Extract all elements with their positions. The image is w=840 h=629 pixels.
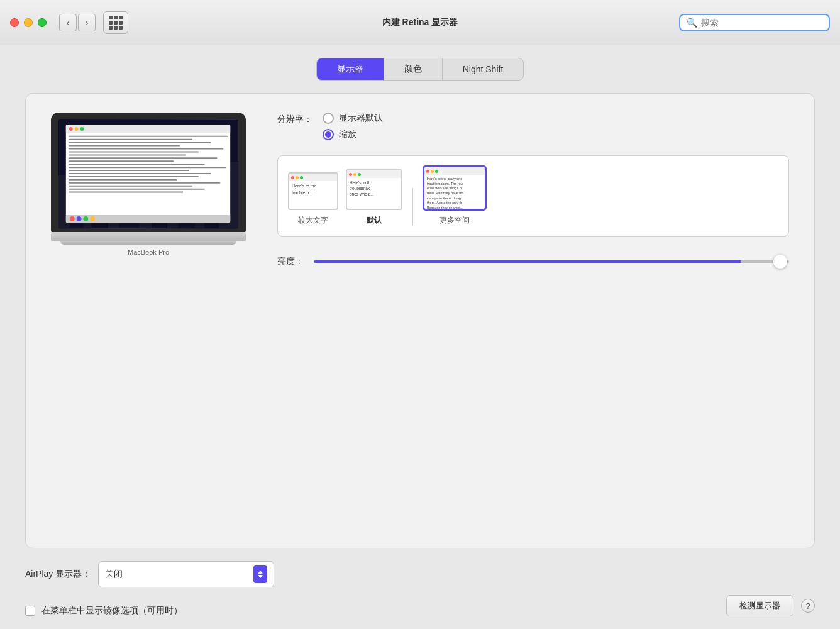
res-card-content-2: Here's to thtroublemakones who d... (347, 178, 401, 199)
radio-default[interactable]: 显示器默认 (323, 113, 383, 124)
macbook: MacBook Pro (51, 113, 246, 256)
svg-rect-40 (69, 160, 174, 162)
res-card-bar-2 (347, 170, 401, 178)
svg-rect-32 (69, 136, 228, 137)
bottom-outer: 在菜单栏中显示镜像选项（可用时） 检测显示器 ? (25, 601, 815, 616)
macbook-foot (60, 241, 236, 245)
rc-dot-green-3 (435, 170, 438, 173)
select-arrows-icon (253, 565, 267, 583)
svg-point-53 (77, 216, 82, 221)
svg-rect-50 (69, 192, 183, 193)
bottom-section: AirPlay 显示器： 关闭 在菜单栏中显示镜像选项（可用时） 检测显示器 ? (25, 548, 815, 616)
svg-rect-39 (69, 157, 218, 159)
rc-dot-red-3 (426, 170, 429, 173)
brightness-thumb[interactable] (773, 255, 787, 269)
tab-color[interactable]: 颜色 (384, 58, 442, 80)
svg-rect-43 (69, 170, 189, 171)
traffic-lights (10, 18, 47, 27)
res-card-label-largetext: 较大文字 (298, 215, 328, 226)
forward-button[interactable]: › (78, 14, 96, 31)
back-button[interactable]: ‹ (59, 14, 77, 31)
svg-rect-48 (69, 186, 192, 187)
svg-rect-41 (69, 164, 205, 165)
city-background-svg (58, 119, 238, 229)
res-card-largetext[interactable]: Here's to thetroublem... (288, 172, 338, 210)
airplay-label: AirPlay 显示器： (25, 569, 91, 580)
brightness-track (314, 260, 789, 263)
grid-button[interactable] (103, 11, 128, 34)
mirror-label: 在菜单栏中显示镜像选项（可用时） (41, 605, 182, 616)
res-card-label-morespace: 更多空间 (439, 215, 470, 226)
res-card-content: Here's to thetroublem... (289, 181, 337, 198)
svg-rect-42 (69, 167, 226, 168)
res-card-bar-3 (424, 167, 485, 175)
svg-rect-47 (69, 182, 221, 184)
rc-dot-yellow-2 (353, 173, 356, 176)
res-card-label-default: 默认 (367, 215, 382, 226)
display-section: MacBook Pro 分辨率： 显示器默认 (51, 113, 789, 268)
svg-point-30 (75, 127, 79, 131)
tab-bar: 显示器 颜色 Night Shift (25, 58, 815, 81)
res-card-default[interactable]: Here's to thtroublemakones who d... (346, 169, 402, 210)
nav-buttons: ‹ › (59, 14, 96, 31)
mirror-row: 在菜单栏中显示镜像选项（可用时） (25, 605, 182, 616)
rc-dot-yellow (296, 176, 299, 179)
radio-circle-scaled (323, 129, 334, 140)
macbook-preview: MacBook Pro (51, 113, 246, 256)
svg-rect-44 (69, 173, 211, 174)
bottom-right-row: 检测显示器 ? (726, 595, 815, 616)
maximize-button[interactable] (38, 18, 47, 27)
radio-label-default: 显示器默认 (339, 113, 383, 124)
res-card-morespace[interactable]: Here's to the crazy onetroublemakers. Th… (423, 166, 486, 210)
airplay-row: AirPlay 显示器： 关闭 (25, 561, 815, 587)
res-card-wrap-default: Here's to thtroublemakones who d... 默认 (346, 169, 402, 226)
macbook-screen-outer (51, 113, 246, 233)
content-panel: MacBook Pro 分辨率： 显示器默认 (25, 93, 815, 548)
svg-point-29 (69, 127, 73, 131)
search-icon: 🔍 (687, 18, 697, 28)
res-card-bar (289, 174, 337, 181)
res-card-wrap-largetext: Here's to thetroublem... 较大文字 (288, 172, 338, 226)
radio-scaled[interactable]: 缩放 (323, 129, 383, 140)
rc-dot-red-2 (349, 173, 352, 176)
detect-button[interactable]: 检测显示器 (726, 595, 793, 616)
resolution-cards: Here's to thetroublem... 较大文字 (277, 155, 789, 237)
svg-rect-46 (69, 179, 177, 181)
rc-dot-yellow-3 (431, 170, 434, 173)
airplay-select-value: 关闭 (105, 569, 248, 580)
tab-group: 显示器 颜色 Night Shift (316, 58, 524, 81)
window-title: 内建 Retina 显示器 (382, 17, 458, 28)
svg-point-52 (70, 216, 75, 221)
svg-point-54 (83, 216, 88, 221)
resolution-label: 分辨率： (277, 113, 312, 125)
svg-rect-49 (69, 189, 205, 190)
brightness-slider-wrap[interactable] (314, 255, 789, 268)
search-input[interactable] (701, 18, 822, 28)
help-button[interactable]: ? (801, 599, 815, 613)
tab-display[interactable]: 显示器 (317, 58, 384, 80)
macbook-base (51, 232, 246, 241)
airplay-select[interactable]: 关闭 (98, 561, 274, 587)
rc-dot-red (291, 176, 294, 179)
res-card-content-3: Here's to the crazy onetroublemakers. Th… (424, 175, 485, 210)
rc-dot-green-2 (358, 173, 361, 176)
svg-point-31 (80, 127, 84, 131)
macbook-label: MacBook Pro (51, 248, 246, 256)
radio-inner-scaled (325, 131, 331, 138)
mirror-checkbox[interactable] (25, 606, 35, 616)
main-content: 显示器 颜色 Night Shift (0, 45, 840, 629)
tab-nightshift[interactable]: Night Shift (443, 58, 524, 80)
res-card-wrap-morespace: Here's to the crazy onetroublemakers. Th… (423, 166, 486, 226)
macbook-screen (58, 119, 238, 229)
radio-circle-default (323, 113, 334, 124)
svg-rect-36 (69, 148, 224, 150)
search-box[interactable]: 🔍 (679, 14, 830, 31)
svg-rect-34 (69, 142, 211, 143)
settings-side: 分辨率： 显示器默认 缩放 (277, 113, 789, 268)
close-button[interactable] (10, 18, 19, 27)
svg-rect-33 (69, 139, 192, 140)
resolution-row: 分辨率： 显示器默认 缩放 (277, 113, 789, 140)
minimize-button[interactable] (24, 18, 33, 27)
radio-label-scaled: 缩放 (339, 129, 356, 140)
svg-point-55 (90, 216, 95, 221)
